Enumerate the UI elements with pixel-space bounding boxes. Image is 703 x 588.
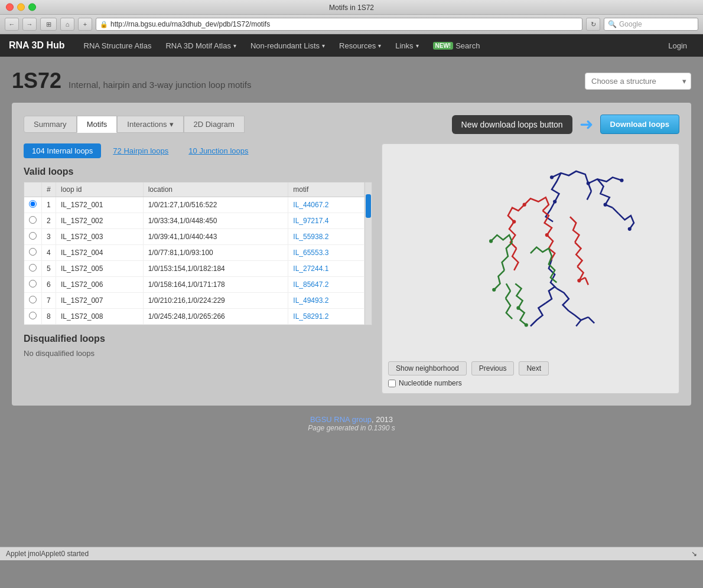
row-motif[interactable]: IL_55938.2	[288, 229, 364, 245]
tab-2d-diagram[interactable]: 2D Diagram	[184, 116, 245, 133]
loops-table: # loop id location motif 1 IL_	[24, 182, 372, 325]
scrollbar-thumb[interactable]	[366, 194, 371, 218]
structure-select-wrapper[interactable]: Choose a structure	[585, 73, 691, 90]
nav-rna-3d-motif-atlas[interactable]: RNA 3D Motif Atlas ▾	[158, 34, 243, 57]
tab-summary[interactable]: Summary	[24, 116, 77, 133]
forward-button[interactable]: →	[22, 18, 37, 31]
bgsu-link[interactable]: BGSU RNA group	[310, 415, 372, 424]
loops-table-wrapper: # loop id location motif 1 IL_	[24, 182, 372, 325]
arrow-right-icon: ➜	[580, 116, 593, 133]
hairpin-loops-tab[interactable]: 72 Hairpin loops	[105, 143, 177, 158]
download-loops-button[interactable]: Download loops	[600, 115, 679, 134]
loop-radio[interactable]	[29, 248, 37, 256]
table-row[interactable]: 8 IL_1S72_008 1/0/245:248,1/0/265:266 IL…	[24, 309, 372, 325]
loop-radio[interactable]	[29, 216, 37, 224]
molecule-viewer[interactable]	[388, 150, 673, 357]
motif-link[interactable]: IL_55938.2	[293, 233, 328, 241]
motif-link[interactable]: IL_58291.2	[293, 312, 328, 321]
motif-link[interactable]: IL_49493.2	[293, 296, 328, 305]
svg-point-18	[512, 220, 516, 223]
status-text: Applet jmolApplet0 started	[6, 550, 89, 558]
disqualified-title: Disqualified loops	[24, 334, 372, 344]
row-num: 6	[42, 277, 56, 293]
loop-radio[interactable]	[29, 232, 37, 240]
row-radio-cell[interactable]	[24, 213, 42, 229]
table-row[interactable]: 4 IL_1S72_004 1/0/77:81,1/0/93:100 IL_65…	[24, 245, 372, 261]
svg-point-11	[587, 182, 590, 185]
maximize-button[interactable]	[28, 4, 36, 11]
browser-search[interactable]: 🔍 Google	[604, 18, 698, 31]
table-row[interactable]: 7 IL_1S72_007 1/0/210:216,1/0/224:229 IL…	[24, 293, 372, 309]
motif-link[interactable]: IL_65553.3	[293, 249, 328, 257]
internal-loops-tab[interactable]: 104 Internal loops	[24, 143, 101, 158]
table-row[interactable]: 5 IL_1S72_005 1/0/153:154,1/0/182:184 IL…	[24, 261, 372, 277]
table-scrollbar[interactable]	[364, 182, 372, 325]
row-radio-cell[interactable]	[24, 293, 42, 309]
table-row[interactable]: 3 IL_1S72_003 1/0/39:41,1/0/440:443 IL_5…	[24, 229, 372, 245]
nav-login[interactable]: Login	[661, 41, 694, 50]
svg-line-4	[581, 317, 588, 320]
row-location: 1/0/77:81,1/0/93:100	[143, 245, 288, 261]
tab-interactions[interactable]: Interactions ▾	[117, 116, 183, 133]
row-motif[interactable]: IL_65553.3	[288, 245, 364, 261]
row-motif[interactable]: IL_97217.4	[288, 213, 364, 229]
row-motif[interactable]: IL_58291.2	[288, 309, 364, 325]
row-radio-cell[interactable]	[24, 277, 42, 293]
nav-links[interactable]: Links ▾	[388, 34, 425, 57]
svg-point-15	[628, 227, 632, 231]
junction-loops-tab[interactable]: 10 Junction loops	[180, 143, 256, 158]
svg-line-8	[506, 283, 510, 290]
nav-resources[interactable]: Resources ▾	[332, 34, 388, 57]
back-button[interactable]: ←	[5, 18, 19, 31]
loop-radio[interactable]	[29, 296, 37, 303]
site-logo: RNA 3D Hub	[9, 40, 65, 51]
browser-title: Motifs in 1S72	[329, 4, 374, 12]
loop-radio[interactable]	[29, 312, 37, 319]
row-motif[interactable]: IL_27244.1	[288, 261, 364, 277]
svg-point-13	[604, 203, 607, 207]
main-content: 1S72 Internal, hairpin and 3-way junctio…	[0, 57, 703, 547]
home-button[interactable]: ⌂	[60, 18, 74, 31]
refresh-button[interactable]: ↻	[586, 18, 600, 31]
show-neighborhood-button[interactable]: Show neighborhood	[388, 361, 467, 375]
previous-button[interactable]: Previous	[471, 361, 515, 375]
tabs-button[interactable]: ⊞	[40, 18, 57, 31]
new-badge: NEW!	[433, 42, 454, 50]
minimize-button[interactable]	[17, 4, 25, 11]
row-motif[interactable]: IL_85647.2	[288, 277, 364, 293]
row-radio-cell[interactable]	[24, 229, 42, 245]
window-controls[interactable]	[6, 4, 36, 11]
structure-select[interactable]: Choose a structure	[585, 73, 691, 90]
nucleotide-numbers-checkbox[interactable]	[388, 380, 396, 387]
row-radio-cell[interactable]	[24, 309, 42, 325]
motif-link[interactable]: IL_85647.2	[293, 280, 328, 289]
row-radio-cell[interactable]	[24, 197, 42, 213]
right-column: Show neighborhood Previous Next Nucleoti…	[382, 143, 679, 394]
add-page-button[interactable]: +	[78, 18, 92, 31]
motif-link[interactable]: IL_97217.4	[293, 217, 328, 225]
table-row[interactable]: 2 IL_1S72_002 1/0/33:34,1/0/448:450 IL_9…	[24, 213, 372, 229]
svg-point-14	[553, 200, 556, 203]
resize-handle: ↘	[691, 550, 697, 558]
close-button[interactable]	[6, 4, 14, 11]
url-bar[interactable]: 🔒 http://rna.bgsu.edu/rna3dhub_dev/pdb/1…	[96, 18, 582, 31]
loop-radio[interactable]	[29, 200, 37, 208]
loop-radio[interactable]	[29, 264, 37, 272]
motif-link[interactable]: IL_27244.1	[293, 264, 328, 273]
nav-search[interactable]: NEW! Search	[426, 34, 487, 57]
url-text: http://rna.bgsu.edu/rna3dhub_dev/pdb/1S7…	[110, 20, 270, 28]
svg-point-21	[492, 288, 496, 292]
col-header-radio	[24, 182, 42, 197]
nav-rna-structure-atlas[interactable]: RNA Structure Atlas	[77, 34, 159, 57]
table-row[interactable]: 1 IL_1S72_001 1/0/21:27,1/0/516:522 IL_4…	[24, 197, 372, 213]
nav-non-redundant-lists[interactable]: Non-redundant Lists ▾	[243, 34, 332, 57]
row-radio-cell[interactable]	[24, 245, 42, 261]
row-radio-cell[interactable]	[24, 261, 42, 277]
table-row[interactable]: 6 IL_1S72_006 1/0/158:164,1/0/171:178 IL…	[24, 277, 372, 293]
row-motif[interactable]: IL_44067.2	[288, 197, 364, 213]
next-button[interactable]: Next	[519, 361, 549, 375]
row-motif[interactable]: IL_49493.2	[288, 293, 364, 309]
tab-motifs[interactable]: Motifs	[77, 116, 118, 133]
loop-radio[interactable]	[29, 280, 37, 288]
motif-link[interactable]: IL_44067.2	[293, 201, 328, 209]
